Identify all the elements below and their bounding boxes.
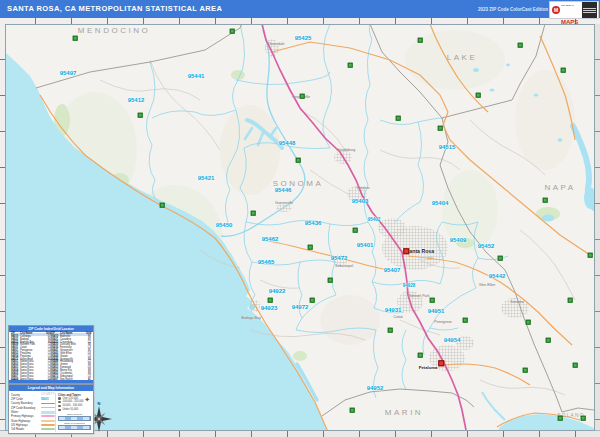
san-pablo-bay — [497, 414, 594, 430]
map-viewer-window: SANTA ROSA, CA METROPOLITAN STATISTICAL … — [0, 0, 600, 437]
map-title: SANTA ROSA, CA METROPOLITAN STATISTICAL … — [7, 4, 222, 13]
grid-ruler-left — [0, 24, 6, 430]
logo-badge-icon: M — [552, 6, 560, 14]
grid-ruler-right — [594, 24, 600, 430]
svg-text:N: N — [98, 402, 101, 406]
logo-brand: MAPS — [561, 19, 578, 25]
legend-symbol-list: CountyCOUNTYZIP Code95401County Boundary… — [11, 393, 55, 432]
legend-item-toll-roads: Toll Roads — [11, 427, 55, 431]
legend-cities-list: Cities and Towns Over 250,000100,000 - 2… — [55, 393, 91, 432]
zip-index-panel: ZIP Code Index/Grid Locator ZIPCity Name… — [8, 325, 94, 384]
edition-label: 2023 ZIP Code ColorCast Edition — [478, 7, 548, 12]
legend-panel: Legend and Map Information CountyCOUNTYZ… — [8, 384, 94, 434]
legend-city-class: Under 50,000 — [58, 408, 91, 412]
logo-tagline: The Best in — [561, 4, 574, 7]
logo-info-box — [582, 2, 597, 18]
zip-index-table: ZIPCity NameGrid94515CalistogaD294922Bod… — [9, 332, 93, 385]
title-bar: SANTA ROSA, CA METROPOLITAN STATISTICAL … — [0, 0, 600, 18]
legend-compass-icon: ✦ — [84, 396, 90, 404]
scale-of-miles: Scale of Miles — [58, 413, 91, 421]
scale-of-kilometers: Scale of Kilometers — [58, 422, 91, 430]
publisher-logo: M The Best in MAPS — [549, 1, 599, 19]
zip-index-footer-bar — [9, 380, 93, 383]
grid-ruler-top — [0, 18, 600, 25]
